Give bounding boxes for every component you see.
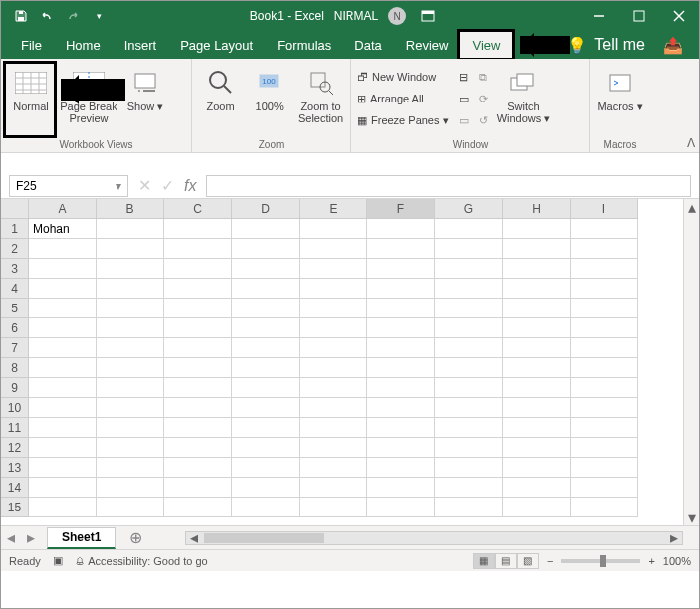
cell-A12[interactable]: [29, 438, 97, 458]
cell-G15[interactable]: [435, 498, 503, 517]
cell-C14[interactable]: [164, 478, 232, 498]
cell-I12[interactable]: [571, 438, 638, 458]
cell-E14[interactable]: [300, 478, 367, 498]
maximize-button[interactable]: [619, 1, 659, 31]
col-header-G[interactable]: G: [435, 199, 503, 219]
accessibility-status[interactable]: 🕭 Accessibility: Good to go: [75, 555, 208, 567]
ribbon-display-options[interactable]: [416, 1, 440, 31]
cell-G10[interactable]: [435, 398, 503, 418]
tab-file[interactable]: File: [9, 32, 54, 58]
cell-C4[interactable]: [164, 279, 232, 299]
hscroll-right-button[interactable]: ▸: [666, 528, 682, 547]
cell-A7[interactable]: [29, 338, 97, 358]
tab-view[interactable]: View: [460, 32, 512, 58]
col-header-I[interactable]: I: [571, 199, 638, 219]
cell-C7[interactable]: [164, 338, 232, 358]
hundred-percent-button[interactable]: 100 100%: [247, 63, 292, 112]
cell-F13[interactable]: [367, 458, 435, 478]
cell-E8[interactable]: [300, 358, 367, 378]
reset-pos-button[interactable]: ↺: [479, 110, 488, 130]
cell-A6[interactable]: [29, 318, 97, 338]
cell-C12[interactable]: [164, 438, 232, 458]
cell-H3[interactable]: [503, 259, 571, 279]
cell-I8[interactable]: [571, 358, 638, 378]
cell-F12[interactable]: [367, 438, 435, 458]
row-header-6[interactable]: 6: [1, 318, 29, 338]
cell-H12[interactable]: [503, 438, 571, 458]
view-side-by-side-button[interactable]: ⧉: [479, 67, 488, 87]
cell-H1[interactable]: [503, 219, 571, 239]
fx-icon[interactable]: fx: [184, 177, 196, 195]
row-header-9[interactable]: 9: [1, 378, 29, 398]
cell-G5[interactable]: [435, 299, 503, 318]
cell-E2[interactable]: [300, 239, 367, 259]
cell-D11[interactable]: [232, 418, 300, 438]
cell-A5[interactable]: [29, 299, 97, 318]
close-button[interactable]: [659, 1, 699, 31]
tab-formulas[interactable]: Formulas: [265, 32, 343, 58]
row-header-10[interactable]: 10: [1, 398, 29, 418]
zoom-slider[interactable]: [561, 559, 640, 563]
cell-G2[interactable]: [435, 239, 503, 259]
cell-D5[interactable]: [232, 299, 300, 318]
row-header-7[interactable]: 7: [1, 338, 29, 358]
zoom-out-button[interactable]: −: [547, 555, 553, 567]
cell-F1[interactable]: [367, 219, 435, 239]
horizontal-scrollbar[interactable]: ◂ ▸: [185, 531, 683, 545]
cell-E6[interactable]: [300, 318, 367, 338]
row-header-8[interactable]: 8: [1, 358, 29, 378]
cell-G4[interactable]: [435, 279, 503, 299]
new-window-button[interactable]: 🗗New Window: [357, 67, 449, 87]
cell-B15[interactable]: [97, 498, 164, 517]
cell-H9[interactable]: [503, 378, 571, 398]
tab-insert[interactable]: Insert: [113, 32, 169, 58]
cell-B6[interactable]: [97, 318, 164, 338]
cell-B12[interactable]: [97, 438, 164, 458]
row-header-12[interactable]: 12: [1, 438, 29, 458]
cell-E13[interactable]: [300, 458, 367, 478]
cell-F11[interactable]: [367, 418, 435, 438]
cell-A4[interactable]: [29, 279, 97, 299]
cell-E11[interactable]: [300, 418, 367, 438]
user-avatar[interactable]: N: [388, 7, 406, 25]
cell-I4[interactable]: [571, 279, 638, 299]
col-header-C[interactable]: C: [164, 199, 232, 219]
cell-F5[interactable]: [367, 299, 435, 318]
cell-C15[interactable]: [164, 498, 232, 517]
cell-C5[interactable]: [164, 299, 232, 318]
row-header-11[interactable]: 11: [1, 418, 29, 438]
cell-E15[interactable]: [300, 498, 367, 517]
tab-home[interactable]: Home: [54, 32, 113, 58]
cell-I10[interactable]: [571, 398, 638, 418]
cell-D14[interactable]: [232, 478, 300, 498]
tell-me[interactable]: Tell me: [594, 36, 645, 54]
cell-B3[interactable]: [97, 259, 164, 279]
cell-A15[interactable]: [29, 498, 97, 517]
cell-D15[interactable]: [232, 498, 300, 517]
cell-G13[interactable]: [435, 458, 503, 478]
sheet-nav-prev[interactable]: ◂: [1, 528, 21, 548]
sheet-nav-next[interactable]: ▸: [21, 528, 41, 548]
cell-B8[interactable]: [97, 358, 164, 378]
cell-D4[interactable]: [232, 279, 300, 299]
col-header-E[interactable]: E: [300, 199, 367, 219]
cell-B11[interactable]: [97, 418, 164, 438]
cell-E12[interactable]: [300, 438, 367, 458]
cell-I13[interactable]: [571, 458, 638, 478]
switch-windows-button[interactable]: Switch Windows ▾: [496, 63, 550, 124]
show-button[interactable]: Show ▾: [122, 63, 168, 113]
cell-C1[interactable]: [164, 219, 232, 239]
vertical-scrollbar[interactable]: ▴ ▾: [683, 199, 699, 525]
split-button[interactable]: ⊟: [459, 67, 469, 87]
enter-formula-icon[interactable]: ✓: [161, 176, 174, 195]
zoom-button[interactable]: Zoom: [198, 63, 243, 112]
row-header-13[interactable]: 13: [1, 458, 29, 478]
cell-C13[interactable]: [164, 458, 232, 478]
cell-H11[interactable]: [503, 418, 571, 438]
cell-I1[interactable]: [571, 219, 638, 239]
cell-G12[interactable]: [435, 438, 503, 458]
cell-F9[interactable]: [367, 378, 435, 398]
minimize-button[interactable]: [580, 1, 619, 31]
name-box[interactable]: F25 ▾: [9, 175, 128, 197]
scroll-up-button[interactable]: ▴: [684, 199, 699, 215]
